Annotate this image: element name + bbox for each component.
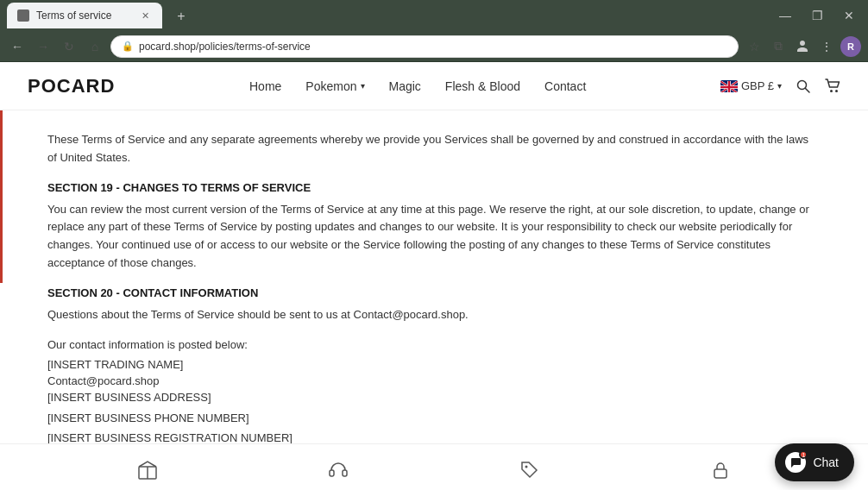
svg-rect-7 xyxy=(330,470,334,476)
nav-links: Home Pokemon ▾ Magic Flesh & Blood Conta… xyxy=(249,79,586,93)
footer-icon-lock[interactable] xyxy=(709,459,732,481)
url-bar[interactable]: 🔒 pocard.shop/policies/terms-of-service xyxy=(110,35,739,58)
footer-icon-box[interactable] xyxy=(136,459,159,481)
window-controls: — ❐ ✕ xyxy=(772,5,861,26)
currency-chevron: ▾ xyxy=(777,81,782,91)
dropdown-chevron: ▾ xyxy=(361,81,365,91)
svg-point-4 xyxy=(835,90,838,92)
business-phone: [INSERT BUSINESS PHONE NUMBER] xyxy=(47,408,821,428)
browser-chrome: Terms of service ✕ + — ❐ ✕ ← → ↻ ⌂ 🔒 poc… xyxy=(0,0,868,62)
section-20-heading: SECTION 20 - CONTACT INFORMATION xyxy=(47,286,821,299)
menu-button[interactable]: ⋮ xyxy=(816,36,837,57)
intro-paragraph: These Terms of Service and any separate … xyxy=(47,131,821,167)
maximize-button[interactable]: ❐ xyxy=(805,5,830,26)
currency-selector[interactable]: GBP £ ▾ xyxy=(720,79,782,92)
svg-point-3 xyxy=(830,90,833,92)
nav-home[interactable]: Home xyxy=(249,79,281,93)
footer-navigation xyxy=(0,443,868,490)
footer-icon-headphones[interactable] xyxy=(327,459,349,481)
nav-magic[interactable]: Magic xyxy=(389,79,421,93)
section-20-intro: Questions about the Terms of Service sho… xyxy=(47,306,821,324)
nav-contact[interactable]: Contact xyxy=(544,79,586,93)
section-19-heading: SECTION 19 - CHANGES TO TERMS OF SERVICE xyxy=(47,181,821,194)
chat-label: Chat xyxy=(813,455,839,469)
tab-title: Terms of service xyxy=(36,9,131,22)
contact-label: Our contact information is posted below: xyxy=(47,335,821,355)
nav-pokemon[interactable]: Pokemon ▾ xyxy=(305,79,364,93)
active-tab[interactable]: Terms of service ✕ xyxy=(7,3,162,28)
section-19: SECTION 19 - CHANGES TO TERMS OF SERVICE… xyxy=(47,181,821,273)
footer-icon-tag[interactable] xyxy=(519,459,541,481)
lock-icon: 🔒 xyxy=(122,41,134,52)
back-button[interactable]: ← xyxy=(7,36,28,57)
user-avatar[interactable]: R xyxy=(840,36,861,57)
profile-button2[interactable] xyxy=(792,36,813,57)
business-address: [INSERT BUSINESS ADDRESS] xyxy=(47,387,821,407)
reload-button[interactable]: ↻ xyxy=(59,36,79,57)
toolbar-icons: ☆ ⧉ ⋮ R xyxy=(744,36,861,57)
svg-line-2 xyxy=(805,88,809,92)
svg-point-9 xyxy=(525,465,527,468)
flag-icon xyxy=(720,80,738,92)
extension-button[interactable]: ⧉ xyxy=(768,36,789,57)
currency-label: GBP £ xyxy=(741,79,774,92)
new-tab-button[interactable]: + xyxy=(169,4,193,28)
trading-name: [INSERT TRADING NAME] xyxy=(47,355,821,374)
home-button[interactable]: ⌂ xyxy=(85,36,105,57)
svg-rect-10 xyxy=(714,469,726,478)
close-button[interactable]: ✕ xyxy=(837,5,861,26)
cart-button[interactable] xyxy=(825,79,840,94)
title-bar: Terms of service ✕ + — ❐ ✕ xyxy=(0,0,868,31)
minimize-button[interactable]: — xyxy=(772,5,798,26)
address-bar-row: ← → ↻ ⌂ 🔒 pocard.shop/policies/terms-of-… xyxy=(0,31,868,62)
business-registration: [INSERT BUSINESS REGISTRATION NUMBER] xyxy=(47,428,821,443)
search-button[interactable] xyxy=(796,79,811,94)
site-logo[interactable]: POCARD xyxy=(28,75,115,97)
nav-flesh-blood[interactable]: Flesh & Blood xyxy=(445,79,520,93)
chat-icon-container: 1 xyxy=(785,452,806,473)
shopify-chat-button[interactable]: 1 Chat xyxy=(775,443,854,481)
url-text: pocard.shop/policies/terms-of-service xyxy=(139,41,311,53)
scroll-indicator xyxy=(0,110,3,283)
section-19-body: You can review the most current version … xyxy=(47,201,821,273)
nav-actions: GBP £ ▾ xyxy=(720,79,840,94)
svg-rect-8 xyxy=(343,470,347,476)
section-20: SECTION 20 - CONTACT INFORMATION Questio… xyxy=(47,286,821,443)
bookmark-button[interactable]: ☆ xyxy=(744,36,764,57)
notification-badge: 1 xyxy=(799,450,808,459)
forward-button[interactable]: → xyxy=(33,36,53,57)
website-container: POCARD Home Pokemon ▾ Magic Flesh & Bloo… xyxy=(0,62,868,490)
site-navigation: POCARD Home Pokemon ▾ Magic Flesh & Bloo… xyxy=(0,62,868,110)
contact-email: Contact@pocard.shop xyxy=(47,374,821,387)
main-content: These Terms of Service and any separate … xyxy=(20,110,848,443)
tab-close-button[interactable]: ✕ xyxy=(138,9,152,22)
tab-favicon xyxy=(17,9,29,22)
